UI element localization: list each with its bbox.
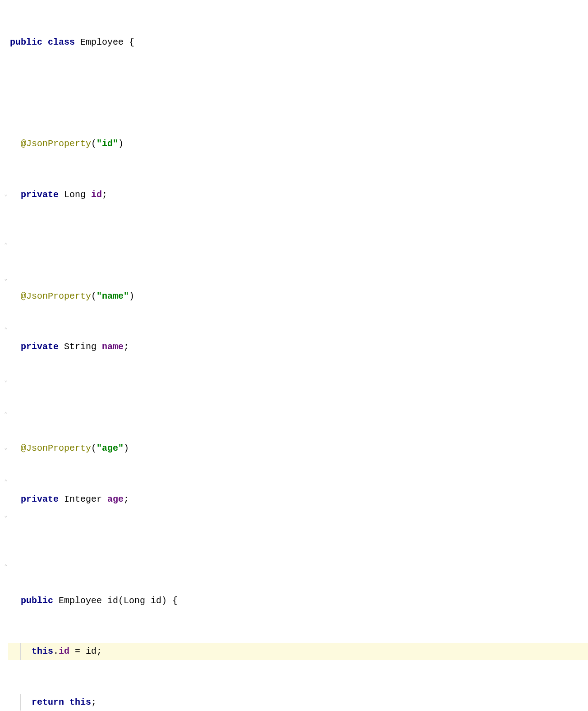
fold-icon[interactable]: ⌄ <box>0 186 7 203</box>
code-line[interactable] <box>8 389 588 406</box>
fold-end-icon[interactable]: ⌃ <box>0 559 7 576</box>
fold-icon[interactable]: ⌄ <box>0 271 7 288</box>
fold-end-icon[interactable]: ⌃ <box>0 474 7 491</box>
code-line[interactable]: public Employee id(Long id) { <box>8 592 588 609</box>
code-line[interactable]: private String name; <box>8 338 588 356</box>
fold-icon[interactable]: ⌄ <box>0 440 7 457</box>
code-line[interactable]: private Long id; <box>8 186 588 203</box>
code-line[interactable]: public class Employee { <box>8 34 588 51</box>
code-line[interactable] <box>8 237 588 254</box>
code-area[interactable]: public class Employee { @JsonProperty("i… <box>8 0 588 711</box>
code-line[interactable]: @JsonProperty("name") <box>8 288 588 305</box>
code-line[interactable]: return this; <box>8 694 588 711</box>
code-line[interactable]: @JsonProperty("id") <box>8 135 588 152</box>
fold-end-icon[interactable]: ⌃ <box>0 237 7 254</box>
fold-icon[interactable]: ⌄ <box>0 372 7 389</box>
fold-end-icon[interactable]: ⌃ <box>0 322 7 339</box>
code-editor[interactable]: ⌄ ⌃ ⌄ ⌃ ⌄ ⌃ ⌄ ⌃ ⌄ ⌃ public class Employe… <box>0 0 588 711</box>
code-line[interactable] <box>8 85 588 102</box>
code-line[interactable]: private Integer age; <box>8 491 588 508</box>
fold-end-icon[interactable]: ⌃ <box>0 406 7 423</box>
fold-icon[interactable]: ⌄ <box>0 508 7 525</box>
code-line-highlighted[interactable]: this.id = id; <box>8 643 588 660</box>
code-line[interactable]: @JsonProperty("age") <box>8 440 588 457</box>
gutter: ⌄ ⌃ ⌄ ⌃ ⌄ ⌃ ⌄ ⌃ ⌄ ⌃ <box>0 0 8 711</box>
code-line[interactable] <box>8 541 588 559</box>
